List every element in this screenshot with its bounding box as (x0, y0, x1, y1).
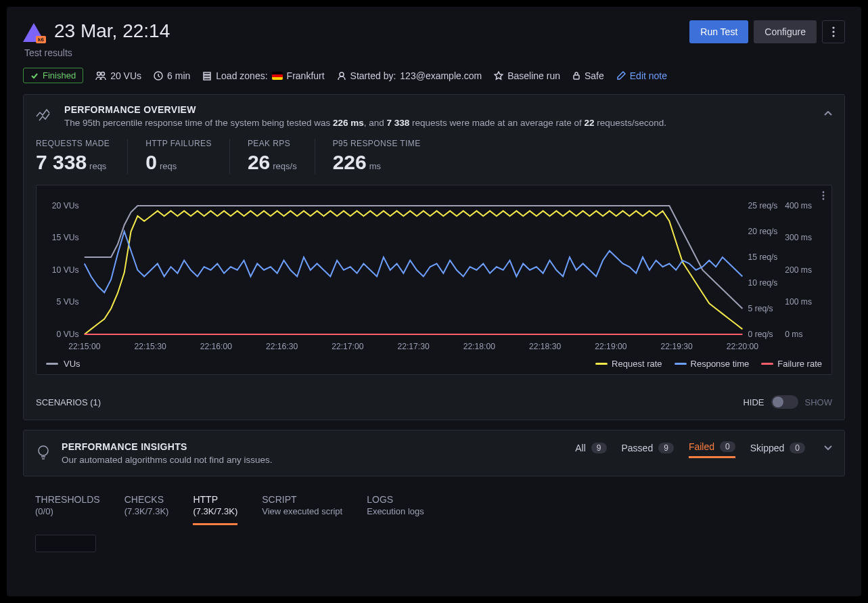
performance-chart: 0 VUs5 VUs10 VUs15 VUs20 VUs0 req/s5 req… (36, 185, 832, 375)
svg-text:5 VUs: 5 VUs (57, 298, 79, 307)
stats-row: REQUESTS MADE 7 338reqsHTTP FAILURES 0re… (24, 135, 844, 182)
svg-rect-8 (204, 78, 210, 80)
svg-text:22:15:00: 22:15:00 (68, 342, 101, 351)
svg-text:20 req/s: 20 req/s (748, 227, 778, 236)
svg-text:20 VUs: 20 VUs (52, 201, 79, 210)
svg-text:400 ms: 400 ms (785, 201, 812, 210)
scenarios-toggle[interactable] (771, 395, 798, 409)
tab-thresholds[interactable]: THRESHOLDS(0/0) (35, 494, 100, 525)
svg-text:10 VUs: 10 VUs (52, 265, 79, 275)
result-tabs: THRESHOLDS(0/0)CHECKS(7.3K/7.3K)HTTP(7.3… (23, 486, 845, 525)
svg-point-13 (823, 198, 825, 200)
flag-de-icon (272, 72, 283, 80)
insights-tab-skipped[interactable]: Skipped0 (750, 443, 805, 457)
svg-point-9 (340, 72, 344, 76)
svg-point-4 (101, 72, 105, 75)
page-title: 23 Mar, 22:14 (54, 20, 170, 42)
svg-text:22:16:00: 22:16:00 (200, 342, 233, 351)
started-by-meta: Started by: 123@example.com (337, 70, 482, 81)
svg-text:22:17:30: 22:17:30 (397, 342, 430, 351)
tab-checks[interactable]: CHECKS(7.3K/7.3K) (124, 494, 169, 525)
svg-text:22:19:00: 22:19:00 (595, 342, 627, 351)
svg-text:25 req/s: 25 req/s (748, 201, 778, 210)
tab-logs[interactable]: LOGSExecution logs (367, 494, 424, 525)
svg-text:0 req/s: 0 req/s (748, 330, 773, 339)
more-menu-button[interactable] (822, 20, 845, 43)
svg-point-3 (97, 72, 101, 75)
hide-label: HIDE (743, 397, 764, 407)
svg-text:0 ms: 0 ms (785, 330, 802, 339)
svg-text:22:17:00: 22:17:00 (332, 342, 364, 351)
svg-rect-7 (204, 75, 210, 77)
edit-note-link[interactable]: Edit note (616, 70, 667, 81)
chart-legend: VUs Request rate Response time Failure r… (43, 355, 825, 369)
chart-menu-button[interactable] (822, 191, 825, 203)
svg-text:22:18:30: 22:18:30 (529, 342, 562, 351)
lightbulb-icon (36, 444, 51, 464)
svg-point-41 (39, 446, 48, 455)
svg-text:22:19:30: 22:19:30 (661, 342, 693, 351)
load-zones-meta: Load zones: Frankfurt (202, 70, 324, 81)
svg-point-0 (832, 26, 834, 28)
svg-point-12 (823, 195, 825, 197)
chart-icon (36, 107, 53, 125)
k6-logo: k6 (23, 20, 45, 42)
performance-insights-card: PERFORMANCE INSIGHTS Our automated algor… (23, 430, 845, 476)
page-subtitle: Test results (24, 47, 170, 58)
svg-text:15 VUs: 15 VUs (52, 233, 79, 243)
insights-tab-passed[interactable]: Passed9 (622, 443, 674, 457)
svg-text:22:18:00: 22:18:00 (463, 342, 496, 351)
svg-point-11 (823, 192, 825, 194)
svg-text:22:20:00: 22:20:00 (727, 342, 759, 351)
svg-text:22:16:30: 22:16:30 (266, 342, 298, 351)
perf-description: The 95th percentile response time of the… (64, 118, 666, 128)
baseline-meta: Baseline run (494, 70, 560, 81)
svg-text:15 req/s: 15 req/s (748, 252, 778, 262)
duration-meta: 6 min (154, 70, 190, 81)
performance-overview-card: PERFORMANCE OVERVIEW The 95th percentile… (23, 94, 845, 420)
meta-row: Finished 20 VUs 6 min Load zones: Frankf… (23, 68, 845, 83)
status-text: Finished (43, 70, 76, 81)
collapse-icon[interactable] (824, 107, 832, 119)
tab-script[interactable]: SCRIPTView executed script (262, 494, 342, 525)
insights-tab-all[interactable]: All9 (575, 443, 606, 457)
expand-insights-icon[interactable] (824, 441, 832, 453)
insights-desc: Our automated algorithms could not find … (62, 455, 272, 465)
svg-text:10 req/s: 10 req/s (748, 278, 778, 288)
vus-meta: 20 VUs (95, 70, 141, 81)
insights-title: PERFORMANCE INSIGHTS (62, 441, 272, 452)
perf-title: PERFORMANCE OVERVIEW (64, 104, 666, 115)
svg-text:0 VUs: 0 VUs (57, 330, 79, 339)
svg-text:300 ms: 300 ms (785, 233, 812, 243)
svg-text:100 ms: 100 ms (785, 298, 812, 307)
svg-point-2 (832, 35, 834, 37)
svg-rect-6 (204, 72, 210, 74)
safe-meta: Safe (572, 70, 604, 81)
svg-text:200 ms: 200 ms (785, 265, 812, 275)
insights-tab-failed[interactable]: Failed0 (689, 441, 735, 458)
svg-text:22:15:30: 22:15:30 (134, 342, 166, 351)
status-badge: Finished (23, 68, 83, 83)
tab-http[interactable]: HTTP(7.3K/7.3K) (193, 494, 237, 525)
show-label: SHOW (805, 397, 832, 407)
add-filter-button[interactable] (35, 535, 96, 552)
run-test-button[interactable]: Run Test (689, 20, 748, 43)
svg-rect-10 (574, 75, 579, 79)
scenarios-label: SCENARIOS (1) (36, 397, 101, 407)
svg-text:5 req/s: 5 req/s (748, 304, 773, 313)
configure-button[interactable]: Configure (754, 20, 817, 43)
svg-point-1 (832, 30, 834, 32)
